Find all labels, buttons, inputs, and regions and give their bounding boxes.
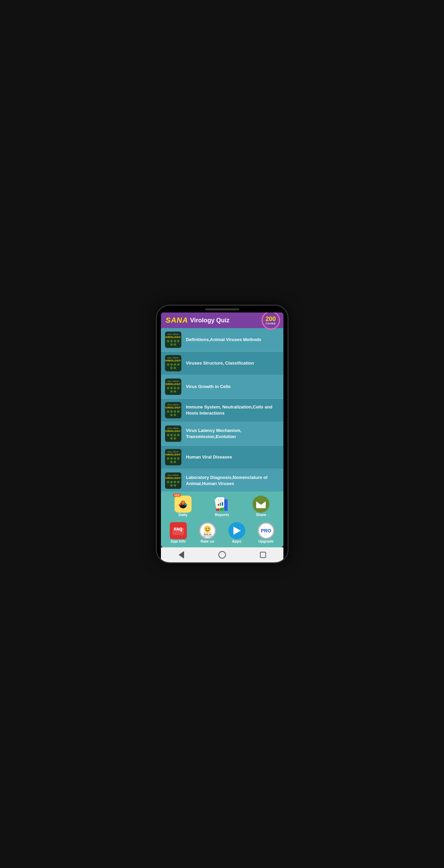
svg-text:FIVE STARS: FIVE STARS <box>203 535 212 537</box>
faq-svg: FAQ FAQ <box>171 524 185 538</box>
phone-notch <box>205 308 239 310</box>
svg-rect-22 <box>222 502 223 506</box>
upgrade-label: Upgrade <box>258 539 274 543</box>
quiz-text-5: Virus Latency Mechanism, Transmission,Ev… <box>186 428 279 440</box>
menu-item-daily[interactable]: NEW <box>164 494 203 518</box>
phone-frame: SANA Virology Quiz 200 COINS Quiz, eBook… <box>156 305 289 563</box>
share-svg <box>256 499 266 510</box>
coins-badge[interactable]: 200 COINS <box>262 312 280 329</box>
coins-number: 200 <box>265 316 276 322</box>
home-button[interactable] <box>218 550 227 559</box>
quiz-item-6[interactable]: Quiz, eBook VIROLOGY Human Viral Disease… <box>161 446 283 469</box>
faq-icon: FAQ FAQ <box>170 522 187 539</box>
app-header: SANA Virology Quiz 200 COINS <box>161 312 283 328</box>
menu-item-rate-us[interactable]: RATE US FIVE STARS ★★★★★ Rate us <box>193 521 222 545</box>
svg-point-32 <box>204 526 211 532</box>
apps-icon <box>228 522 245 539</box>
phone-screen: SANA Virology Quiz 200 COINS Quiz, eBook… <box>157 306 287 562</box>
apps-svg <box>231 525 242 536</box>
app-info-label: App Info <box>170 539 186 543</box>
svg-point-9 <box>183 502 184 503</box>
apps-label: Apps <box>232 539 242 543</box>
quiz-text-6: Human Viral Diseases <box>186 454 232 460</box>
quiz-icon-6: Quiz, eBook VIROLOGY <box>165 449 181 465</box>
quiz-text-1: Definitions,Animal Viruses Methods <box>186 337 262 343</box>
svg-text:PRO: PRO <box>261 528 271 533</box>
daily-icon: NEW <box>175 496 192 513</box>
quiz-icon-7: Quiz, eBook VIROLOGY <box>165 472 181 489</box>
svg-rect-20 <box>218 504 219 506</box>
svg-point-7 <box>181 501 185 505</box>
rate-us-label: Rate us <box>201 539 214 543</box>
quiz-text-2: Viruses Structure, Classification <box>186 360 254 366</box>
bottom-menu: NEW <box>161 492 283 547</box>
quiz-icon-4: Quiz, eBook VIROLOGY <box>165 402 181 418</box>
bottom-row-1: NEW <box>161 493 283 519</box>
bird-icon <box>177 498 189 510</box>
menu-item-app-info[interactable]: FAQ FAQ App Info <box>164 521 193 545</box>
svg-rect-21 <box>220 503 221 506</box>
svg-point-34 <box>208 528 209 529</box>
recent-icon <box>260 552 266 558</box>
menu-item-upgrade[interactable]: PRO Upgrade <box>251 521 281 545</box>
quiz-item-2[interactable]: Quiz, eBook VIROLOGY Viruses Structure, … <box>161 352 283 375</box>
share-icon <box>252 496 269 513</box>
reports-svg <box>214 496 230 512</box>
reports-icon <box>214 496 231 513</box>
app-title: Virology Quiz <box>190 317 230 324</box>
quiz-list: Quiz, eBook VIROLOGY Definitions,Animal … <box>161 328 283 492</box>
quiz-text-7: Laboratory Diagnosis,Nomenclature of Ani… <box>186 475 279 487</box>
sana-logo: SANA <box>166 316 188 325</box>
menu-item-reports[interactable]: Reports <box>202 494 242 518</box>
menu-item-apps[interactable]: Apps <box>222 521 251 545</box>
back-icon <box>179 551 184 559</box>
quiz-icon-2: Quiz, eBook VIROLOGY <box>165 355 181 371</box>
quiz-icon-1: Quiz, eBook VIROLOGY <box>165 332 181 348</box>
menu-item-share[interactable]: Share <box>242 494 281 518</box>
quiz-text-3: Virus Growth in Cells <box>186 384 231 390</box>
quiz-text-4: Immune System, Neutralization,Cells and … <box>186 404 279 416</box>
nav-bar <box>161 547 283 562</box>
quiz-icon-3: Quiz, eBook VIROLOGY <box>165 379 181 395</box>
svg-text:FAQ: FAQ <box>174 527 182 532</box>
pro-svg: PRO <box>258 523 274 539</box>
quiz-item-4[interactable]: Quiz, eBook VIROLOGY Immune System, Neut… <box>161 399 283 422</box>
app-container: SANA Virology Quiz 200 COINS Quiz, eBook… <box>161 312 283 547</box>
quiz-item-7[interactable]: Quiz, eBook VIROLOGY Laboratory Diagnosi… <box>161 469 283 492</box>
svg-text:★★★★★: ★★★★★ <box>203 532 212 534</box>
quiz-item-5[interactable]: Quiz, eBook VIROLOGY Virus Latency Mecha… <box>161 422 283 446</box>
bottom-row-2: FAQ FAQ App Info <box>161 519 283 546</box>
svg-rect-13 <box>224 499 228 511</box>
home-icon <box>218 551 226 559</box>
quiz-item-3[interactable]: Quiz, eBook VIROLOGY Virus Growth in Cel… <box>161 375 283 399</box>
header-title-row: SANA Virology Quiz <box>166 316 230 325</box>
new-badge: NEW <box>173 494 181 497</box>
back-button[interactable] <box>177 550 186 559</box>
rateus-svg: RATE US FIVE STARS ★★★★★ <box>200 523 215 539</box>
quiz-icon-5: Quiz, eBook VIROLOGY <box>165 425 181 442</box>
reports-label: Reports <box>215 513 229 517</box>
daily-label: Daily <box>179 513 187 517</box>
svg-point-33 <box>205 528 207 529</box>
recent-button[interactable] <box>259 550 267 559</box>
coins-label: COINS <box>265 322 276 325</box>
rate-us-icon: RATE US FIVE STARS ★★★★★ <box>199 522 216 539</box>
share-label: Share <box>256 513 266 517</box>
svg-marker-38 <box>233 527 241 535</box>
quiz-item-1[interactable]: Quiz, eBook VIROLOGY Definitions,Animal … <box>161 328 283 352</box>
pro-icon: PRO <box>258 522 275 539</box>
